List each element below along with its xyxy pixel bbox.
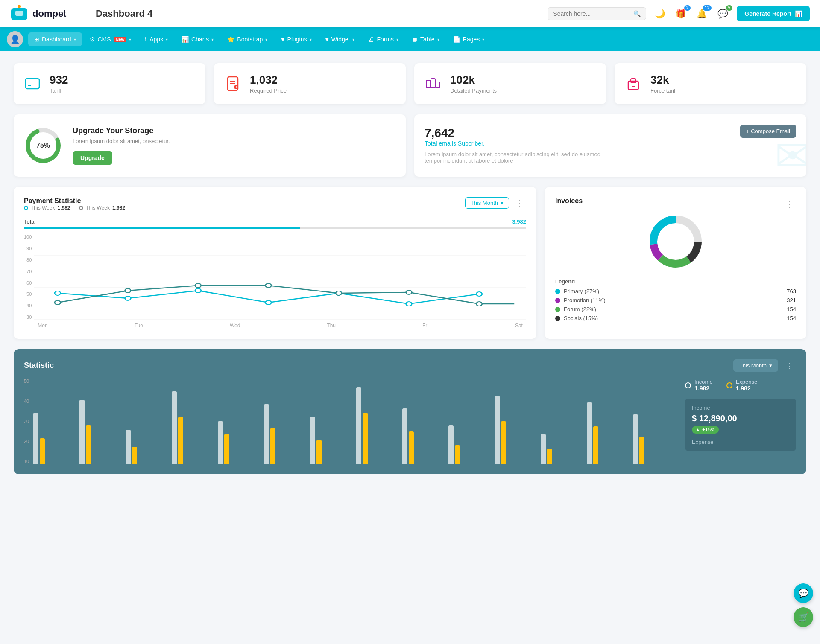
header-right: 🔍 🌙 🎁 2 🔔 12 💬 5 Generate Report 📊 [548, 6, 810, 21]
chart-title: Payment Statistic [24, 197, 125, 205]
bar-yellow [86, 425, 91, 464]
nav-item-apps[interactable]: ℹ Apps ▾ [139, 32, 174, 46]
upgrade-info: Upgrade Your Storage Lorem ipsum dolor s… [73, 126, 170, 165]
avatar: 👤 [7, 31, 23, 47]
x-label-tue: Tue [135, 323, 143, 329]
inv-dot-primary [555, 289, 560, 294]
tariff-icon [22, 73, 43, 94]
charts-arrow: ▾ [211, 37, 214, 42]
bootstrap-icon: ⭐ [227, 36, 234, 43]
expense-section-title: Expense [692, 439, 789, 445]
nav-label-forms: Forms [377, 36, 394, 43]
bar-group [495, 396, 538, 464]
statistic-title: Statistic [24, 361, 54, 370]
bar-y-axis: 50 40 30 20 10 [24, 379, 32, 464]
nav-item-dashboard[interactable]: ⊞ Dashboard ▾ [28, 32, 82, 46]
bar-group [172, 391, 215, 464]
dark-mode-btn[interactable]: 🌙 [653, 7, 667, 20]
inv-label-socials: Socials (15%) [564, 315, 598, 321]
income-change-val: +15% [702, 427, 715, 433]
income-box: Income $ 12,890,00 ▲ +15% Expense [685, 399, 796, 451]
statistic-month-btn[interactable]: This Month ▾ [733, 359, 778, 372]
legend-label-1: This Week [31, 205, 55, 211]
chart-left: Payment Statistic This Week 1.982 This W… [24, 197, 125, 214]
statistic-more-btn[interactable]: ⋮ [783, 360, 796, 371]
search-box[interactable]: 🔍 [548, 7, 646, 20]
bar-group [126, 430, 169, 464]
expense-label: Expense [736, 379, 758, 385]
widget-arrow: ▾ [352, 37, 354, 42]
bottom-section: Payment Statistic This Week 1.982 This W… [14, 187, 806, 339]
nav-label-cms: CMS [98, 36, 111, 43]
inv-val-forum: 154 [787, 306, 796, 312]
chat-btn[interactable]: 💬 5 [716, 7, 730, 20]
nav-item-charts[interactable]: 📊 Charts ▾ [176, 32, 220, 46]
stat-legend-row: Income 1.982 Expense 1.982 [685, 379, 796, 392]
income-box-title: Income [692, 405, 789, 411]
nav-item-pages[interactable]: 📄 Pages ▾ [447, 32, 491, 46]
bar-white [218, 421, 223, 464]
gift-badge: 2 [684, 5, 691, 11]
statistic-right: This Month ▾ ⋮ [733, 359, 796, 372]
bar-white [33, 413, 38, 464]
bar-group [264, 404, 308, 464]
nav-item-forms[interactable]: 🖨 Forms ▾ [362, 32, 404, 46]
stat-info-detailed-payments: 102k Detailed Payments [450, 73, 497, 94]
stat-info-required-price: 1,032 Required Price [250, 73, 287, 94]
chart-more-btn[interactable]: ⋮ [513, 198, 526, 209]
bar-yellow [224, 434, 229, 464]
logo-icon [10, 5, 28, 23]
cms-new-badge: New [114, 37, 127, 42]
bar-yellow [132, 447, 137, 464]
bar-yellow [593, 426, 598, 464]
statistic-header: Statistic This Month ▾ ⋮ [24, 359, 796, 372]
apps-arrow: ▾ [166, 37, 168, 42]
svg-point-29 [55, 300, 61, 305]
bell-btn[interactable]: 🔔 12 [695, 7, 709, 20]
filter-button[interactable]: This Month ▾ [465, 197, 509, 209]
nav-item-widget[interactable]: ♥ Widget ▾ [319, 32, 361, 46]
nav-item-plugins[interactable]: ♥ Plugins ▾ [275, 32, 317, 46]
table-arrow: ▾ [437, 37, 439, 42]
email-card: + Compose Email 7,642 Total emails Subcr… [414, 114, 806, 177]
bar-white [402, 408, 407, 464]
nav-item-table[interactable]: ▦ Table ▾ [406, 32, 445, 46]
gift-btn[interactable]: 🎁 2 [674, 7, 688, 20]
search-input[interactable] [553, 10, 630, 17]
bar-yellow [547, 449, 552, 464]
svg-rect-21 [34, 234, 526, 320]
invoices-donut-svg [646, 212, 706, 271]
inv-legend-row-forum: Forum (22%) 154 [555, 306, 796, 312]
upgrade-button[interactable]: Upgrade [73, 151, 112, 165]
income-change-badge: ▲ +15% [692, 426, 719, 434]
nav-item-bootstrap[interactable]: ⭐ Bootstrap ▾ [221, 32, 273, 46]
bar-group [33, 413, 77, 464]
bar-white [587, 402, 592, 464]
legend-label-2: This Week [86, 205, 110, 211]
bell-badge: 12 [703, 5, 712, 11]
chart-body: 100 90 80 70 60 50 40 30 [24, 234, 526, 329]
apps-icon: ℹ [145, 36, 147, 43]
nav-item-cms[interactable]: ⚙ CMS New ▾ [84, 32, 138, 46]
x-label-fri: Fri [422, 323, 428, 329]
compose-email-button[interactable]: + Compose Email [740, 125, 796, 138]
bar-yellow [501, 421, 506, 464]
stat-card-force-tariff: 32k Force tariff [615, 63, 806, 104]
logo-area: dompet [10, 5, 79, 23]
bar-group [587, 402, 630, 464]
navbar: 👤 ⊞ Dashboard ▾ ⚙ CMS New ▾ ℹ Apps ▾ 📊 C… [0, 27, 820, 51]
bar-yellow [363, 413, 368, 464]
page-title: Dashboard 4 [96, 8, 548, 19]
total-value: 3,982 [512, 219, 526, 225]
nav-label-pages: Pages [463, 36, 480, 43]
bar-white [495, 396, 500, 464]
email-subtitle: Total emails Subcriber. [425, 140, 796, 147]
progress-bar-fill [24, 227, 300, 229]
invoices-header: Invoices ⋮ [555, 197, 796, 212]
invoices-more-btn[interactable]: ⋮ [783, 199, 796, 210]
x-label-wed: Wed [230, 323, 240, 329]
chart-header: Payment Statistic This Week 1.982 This W… [24, 197, 526, 214]
generate-report-button[interactable]: Generate Report 📊 [737, 6, 810, 21]
required-price-value: 1,032 [250, 73, 287, 87]
svg-point-30 [125, 288, 131, 293]
